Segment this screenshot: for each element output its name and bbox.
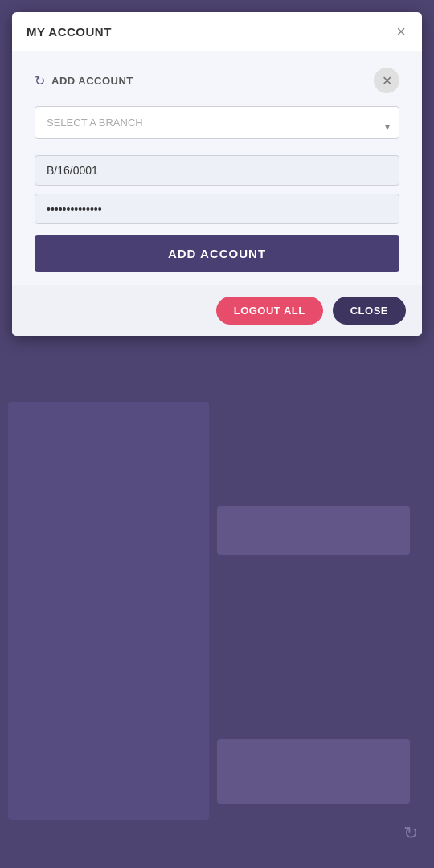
select-branch-dropdown[interactable]: SELECT A BRANCH	[35, 106, 399, 139]
modal-backdrop: MY ACCOUNT × ↻ ADD ACCOUNT ✕ SELECT A BR…	[0, 0, 434, 868]
select-branch-wrapper: SELECT A BRANCH ▾	[35, 106, 399, 147]
my-account-modal: MY ACCOUNT × ↻ ADD ACCOUNT ✕ SELECT A BR…	[12, 12, 422, 336]
account-id-input[interactable]	[35, 155, 399, 186]
modal-title: MY ACCOUNT	[27, 25, 112, 39]
modal-header: MY ACCOUNT ×	[12, 12, 422, 51]
add-account-label-row: ↻ ADD ACCOUNT	[35, 73, 133, 88]
password-input[interactable]	[35, 194, 399, 224]
add-account-refresh-icon: ↻	[35, 73, 45, 88]
modal-close-x-button[interactable]: ×	[395, 23, 407, 39]
add-account-button[interactable]: ADD ACCOUNT	[35, 235, 399, 272]
add-account-close-button[interactable]: ✕	[374, 68, 399, 93]
modal-body: ↻ ADD ACCOUNT ✕ SELECT A BRANCH ▾ ADD AC…	[12, 51, 422, 285]
modal-footer: LOGOUT ALL CLOSE	[12, 285, 422, 336]
add-account-label: ADD ACCOUNT	[51, 75, 133, 87]
logout-all-button[interactable]: LOGOUT ALL	[216, 297, 323, 325]
close-button[interactable]: CLOSE	[333, 297, 406, 325]
add-account-header: ↻ ADD ACCOUNT ✕	[35, 68, 399, 93]
